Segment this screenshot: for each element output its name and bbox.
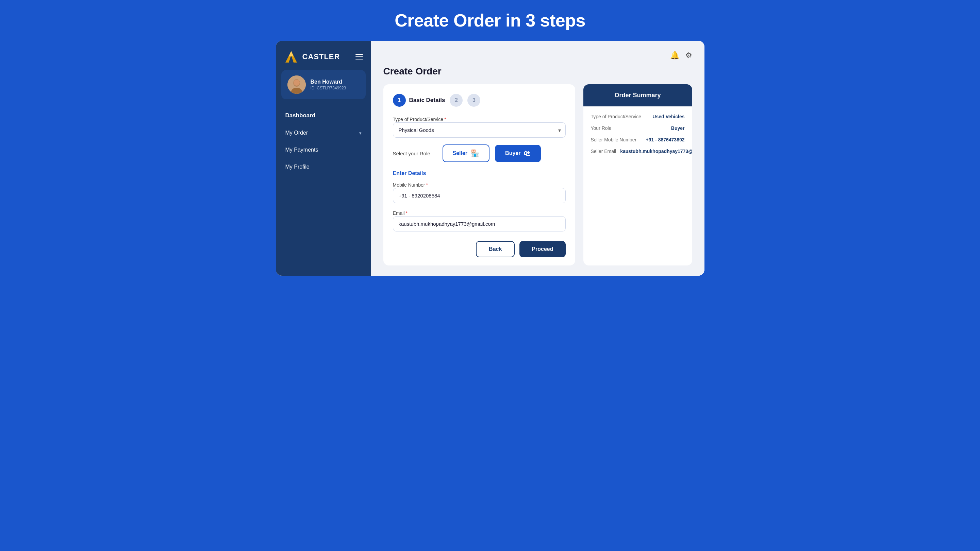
- summary-val-email: kaustubh.mukhopadhyay1773@gmail.com: [620, 149, 692, 154]
- mobile-input[interactable]: [393, 188, 566, 203]
- top-bar: 🔔 ⚙: [383, 51, 692, 60]
- actions-row: Back Proceed: [393, 241, 566, 257]
- seller-role-button[interactable]: Seller 🏪: [442, 144, 490, 162]
- page-title: Create Order in 3 steps: [395, 10, 585, 30]
- required-star: *: [444, 117, 446, 122]
- chevron-down-icon: ▾: [359, 130, 361, 136]
- hamburger-button[interactable]: [355, 54, 363, 59]
- summary-row-email: Seller Email kaustubh.mukhopadhyay1773@g…: [591, 149, 685, 154]
- user-name: Ben Howard: [310, 79, 346, 85]
- castler-logo-icon: [284, 50, 298, 63]
- user-profile-card: Ben Howard ID: CSTLR7349923: [281, 70, 366, 99]
- email-input[interactable]: [393, 216, 566, 232]
- step-3-item: 3: [468, 94, 480, 107]
- sidebar-nav: Dashboard My Order ▾ My Payments My Prof…: [276, 107, 371, 176]
- buyer-icon: 🛍: [524, 149, 531, 157]
- summary-val-role: Buyer: [671, 125, 685, 131]
- sidebar-item-my-payments[interactable]: My Payments: [281, 142, 366, 158]
- role-selection-row: Select your Role Seller 🏪 Buyer 🛍: [393, 144, 566, 162]
- role-selection-label: Select your Role: [393, 151, 437, 156]
- summary-val-product: Used Vehicles: [652, 114, 684, 119]
- order-summary-card: Order Summary Type of Product/Service Us…: [583, 84, 692, 265]
- sidebar-logo-area: CASTLER: [276, 41, 371, 70]
- summary-key-role: Your Role: [591, 125, 612, 131]
- main-content: 🔔 ⚙ Create Order 1 Basic Details: [371, 41, 705, 276]
- enter-details-section-label: Enter Details: [393, 170, 566, 176]
- summary-val-mobile: +91 - 8876473892: [646, 137, 684, 143]
- summary-row-mobile: Seller Mobile Number +91 - 8876473892: [591, 137, 685, 143]
- create-order-heading: Create Order: [383, 66, 692, 77]
- settings-gear-button[interactable]: ⚙: [686, 51, 692, 60]
- back-button[interactable]: Back: [476, 241, 515, 257]
- step-1-circle: 1: [393, 94, 406, 107]
- proceed-button[interactable]: Proceed: [519, 241, 565, 257]
- sidebar: CASTLER Ben Howard ID: CSTLR7349923: [276, 41, 371, 276]
- svg-point-6: [294, 79, 300, 86]
- steps-row: 1 Basic Details 2 3: [393, 94, 566, 107]
- step-2-circle: 2: [450, 94, 463, 107]
- step-1-item: 1 Basic Details: [393, 94, 445, 107]
- bell-icon: 🔔: [670, 51, 679, 59]
- user-id: ID: CSTLR7349923: [310, 86, 346, 91]
- product-service-label: Type of Product/Service*: [393, 117, 446, 122]
- summary-header: Order Summary: [583, 84, 692, 106]
- content-grid: 1 Basic Details 2 3: [383, 84, 692, 265]
- product-service-field: Type of Product/Service* Physical Goods …: [393, 116, 566, 138]
- email-field: Email*: [393, 210, 566, 232]
- summary-row-product: Type of Product/Service Used Vehicles: [591, 114, 685, 119]
- summary-key-mobile: Seller Mobile Number: [591, 137, 637, 143]
- seller-icon: 🏪: [471, 149, 479, 157]
- avatar: [288, 75, 306, 94]
- main-container: CASTLER Ben Howard ID: CSTLR7349923: [276, 41, 705, 276]
- summary-row-role: Your Role Buyer: [591, 125, 685, 131]
- buyer-role-button[interactable]: Buyer 🛍: [495, 145, 541, 162]
- svg-marker-2: [289, 51, 294, 56]
- step-3-circle: 3: [468, 94, 480, 107]
- gear-icon: ⚙: [686, 51, 692, 59]
- summary-key-product: Type of Product/Service: [591, 114, 641, 119]
- logo-text: CASTLER: [302, 52, 340, 61]
- summary-body: Type of Product/Service Used Vehicles Yo…: [583, 106, 692, 168]
- step-2-item: 2: [450, 94, 463, 107]
- notification-bell-button[interactable]: 🔔: [670, 51, 679, 60]
- product-service-select-wrapper: Physical Goods Digital Goods Services Us…: [393, 122, 566, 138]
- sidebar-item-dashboard[interactable]: Dashboard: [281, 107, 366, 124]
- mobile-label: Mobile Number*: [393, 182, 428, 187]
- sidebar-item-my-order[interactable]: My Order ▾: [281, 125, 366, 141]
- mobile-field: Mobile Number*: [393, 182, 566, 203]
- product-service-select[interactable]: Physical Goods Digital Goods Services Us…: [393, 122, 566, 138]
- form-card: 1 Basic Details 2 3: [383, 84, 575, 265]
- seller-label: Seller: [453, 150, 468, 156]
- buyer-label: Buyer: [505, 150, 520, 156]
- summary-key-email: Seller Email: [591, 149, 616, 154]
- email-label: Email*: [393, 210, 407, 216]
- step-1-label: Basic Details: [409, 97, 445, 104]
- sidebar-item-my-profile[interactable]: My Profile: [281, 159, 366, 175]
